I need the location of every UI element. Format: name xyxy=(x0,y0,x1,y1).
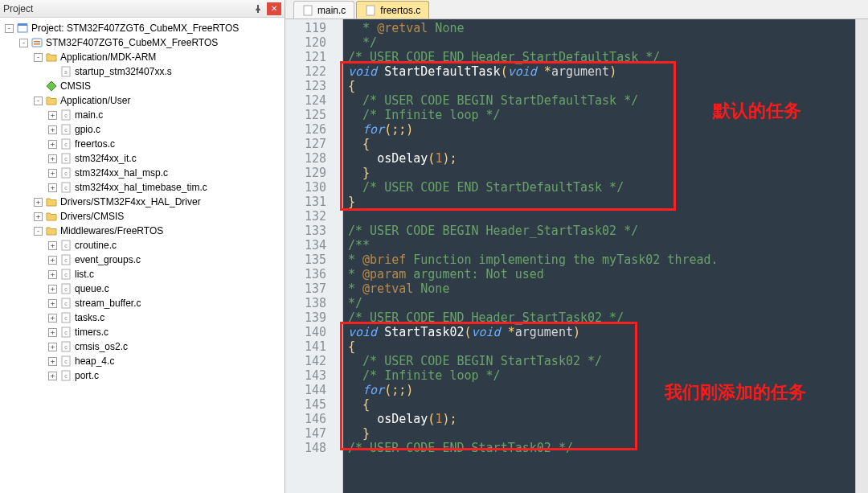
folder-icon xyxy=(45,224,58,237)
tree-item[interactable]: +cport.c xyxy=(2,368,285,383)
expand-icon[interactable]: + xyxy=(48,256,57,265)
tree-item[interactable]: +ctasks.c xyxy=(2,310,285,325)
expand-icon[interactable]: + xyxy=(48,183,57,192)
close-panel-button[interactable]: ✕ xyxy=(267,2,281,15)
tree-item[interactable]: -STM32F407ZGT6_CubeMX_FreeRTOS xyxy=(2,35,285,50)
code-line[interactable]: /* USER CODE END Header_StartTask02 */ xyxy=(348,310,868,325)
code-line[interactable]: /* USER CODE END Header_StartDefaultTask… xyxy=(348,50,868,64)
code-line[interactable]: for(;;) xyxy=(348,122,868,137)
tree-item[interactable]: +cstm32f4xx_hal_timebase_tim.c xyxy=(2,180,285,195)
code-line[interactable]: } xyxy=(348,195,868,209)
code-editor[interactable]: 1191201211221231241251261271281291301311… xyxy=(285,19,868,493)
tree-item[interactable]: CMSIS xyxy=(2,79,285,93)
tree-item[interactable]: -Middlewares/FreeRTOS xyxy=(2,224,285,238)
tree-item-label: startup_stm32f407xx.s xyxy=(75,66,172,77)
code-line[interactable]: osDelay(1); xyxy=(348,412,868,426)
code-line[interactable]: /* USER CODE END StartDefaultTask */ xyxy=(348,180,868,195)
tree-item-label: stm32f4xx_it.c xyxy=(75,153,137,164)
expand-icon[interactable]: + xyxy=(48,140,57,149)
expand-icon[interactable]: + xyxy=(48,328,57,337)
project-panel-title: Project xyxy=(3,3,249,14)
code-content[interactable]: 默认的任务 我们刚添加的任务 * @retval None *//* USER … xyxy=(343,19,868,493)
tree-item[interactable]: +cstream_buffer.c xyxy=(2,296,285,310)
collapse-icon[interactable]: - xyxy=(19,39,28,47)
code-line[interactable]: void StartDefaultTask(void *argument) xyxy=(348,64,868,79)
code-line[interactable]: * @param argument: Not used xyxy=(348,267,868,281)
collapse-icon[interactable]: - xyxy=(34,227,43,236)
svg-text:c: c xyxy=(64,286,68,292)
vertical-scrollbar[interactable] xyxy=(855,19,868,493)
code-line[interactable]: for(;;) xyxy=(348,383,868,397)
code-line[interactable]: */ xyxy=(348,296,868,310)
collapse-icon[interactable]: - xyxy=(5,24,14,33)
pin-icon[interactable] xyxy=(251,2,265,15)
tree-item[interactable]: +Drivers/CMSIS xyxy=(2,209,285,224)
code-line[interactable] xyxy=(348,209,868,224)
editor-tab[interactable]: freertos.c xyxy=(356,1,429,18)
tree-item[interactable]: +cevent_groups.c xyxy=(2,253,285,267)
expand-icon[interactable]: + xyxy=(34,198,43,207)
tree-item[interactable]: +ccroutine.c xyxy=(2,238,285,253)
code-line[interactable]: /* USER CODE END StartTask02 */ xyxy=(348,441,868,455)
tree-item[interactable]: sstartup_stm32f407xx.s xyxy=(2,64,285,79)
expand-icon[interactable]: + xyxy=(48,270,57,279)
tree-item[interactable]: +cqueue.c xyxy=(2,281,285,296)
code-line[interactable]: void StartTask02(void *argument) xyxy=(348,325,868,339)
expand-icon[interactable]: + xyxy=(48,285,57,294)
code-line[interactable]: /* USER CODE BEGIN StartTask02 */ xyxy=(348,354,868,368)
cfile-icon: c xyxy=(59,355,72,368)
tree-item[interactable]: +cstm32f4xx_it.c xyxy=(2,151,285,166)
code-line[interactable]: { xyxy=(348,137,868,151)
svg-text:s: s xyxy=(64,69,68,75)
tree-item[interactable]: -Application/MDK-ARM xyxy=(2,50,285,64)
code-line[interactable]: /* Infinite loop */ xyxy=(348,108,868,122)
tree-item-label: list.c xyxy=(75,269,94,280)
code-line[interactable]: * @retval None xyxy=(348,281,868,296)
svg-rect-39 xyxy=(304,6,312,15)
tree-item[interactable]: +ctimers.c xyxy=(2,325,285,339)
expand-icon[interactable]: + xyxy=(48,314,57,323)
expand-icon[interactable]: + xyxy=(34,212,43,221)
editor-tab[interactable]: main.c xyxy=(293,1,354,18)
code-line[interactable]: } xyxy=(348,166,868,180)
code-line[interactable]: { xyxy=(348,397,868,412)
tree-item[interactable]: +cheap_4.c xyxy=(2,354,285,368)
expand-icon[interactable]: + xyxy=(48,343,57,351)
tree-item-label: stm32f4xx_hal_timebase_tim.c xyxy=(75,182,207,193)
tree-item[interactable]: +cstm32f4xx_hal_msp.c xyxy=(2,166,285,180)
code-line[interactable]: { xyxy=(348,339,868,354)
tree-item[interactable]: +cgpio.c xyxy=(2,122,285,137)
tree-item[interactable]: +Drivers/STM32F4xx_HAL_Driver xyxy=(2,195,285,209)
code-line[interactable]: } xyxy=(348,426,868,441)
expand-icon[interactable]: + xyxy=(48,154,57,163)
code-line[interactable]: osDelay(1); xyxy=(348,151,868,166)
expand-icon[interactable]: + xyxy=(48,372,57,380)
svg-text:c: c xyxy=(64,373,68,379)
expand-icon[interactable]: + xyxy=(48,169,57,178)
tree-item[interactable]: +cmain.c xyxy=(2,108,285,122)
code-line[interactable]: /* USER CODE BEGIN StartDefaultTask */ xyxy=(348,93,868,108)
code-line[interactable]: { xyxy=(348,79,868,93)
expand-icon[interactable]: + xyxy=(48,299,57,308)
collapse-icon[interactable]: - xyxy=(34,53,43,62)
code-line[interactable]: */ xyxy=(348,35,868,50)
tree-item[interactable]: -Application/User xyxy=(2,93,285,108)
expand-icon[interactable]: + xyxy=(48,111,57,120)
project-tree[interactable]: -Project: STM32F407ZGT6_CubeMX_FreeRTOS-… xyxy=(0,18,285,493)
collapse-icon[interactable]: - xyxy=(34,97,43,105)
tree-item-label: heap_4.c xyxy=(75,355,114,367)
tree-item[interactable]: +cfreertos.c xyxy=(2,137,285,151)
expand-icon[interactable]: + xyxy=(48,357,57,366)
cfile-icon: c xyxy=(59,166,72,179)
code-line[interactable]: * @brief Function implementing the myTas… xyxy=(348,253,868,267)
expand-icon[interactable]: + xyxy=(48,125,57,134)
code-line[interactable]: /** xyxy=(348,238,868,253)
code-line[interactable]: * @retval None xyxy=(348,21,868,35)
expand-icon[interactable]: + xyxy=(48,241,57,250)
tree-item[interactable]: -Project: STM32F407ZGT6_CubeMX_FreeRTOS xyxy=(2,21,285,35)
tree-item[interactable]: +clist.c xyxy=(2,267,285,281)
code-line[interactable]: /* Infinite loop */ xyxy=(348,368,868,383)
code-line[interactable]: /* USER CODE BEGIN Header_StartTask02 */ xyxy=(348,224,868,238)
tree-item[interactable]: +ccmsis_os2.c xyxy=(2,339,285,354)
svg-text:c: c xyxy=(64,272,68,277)
